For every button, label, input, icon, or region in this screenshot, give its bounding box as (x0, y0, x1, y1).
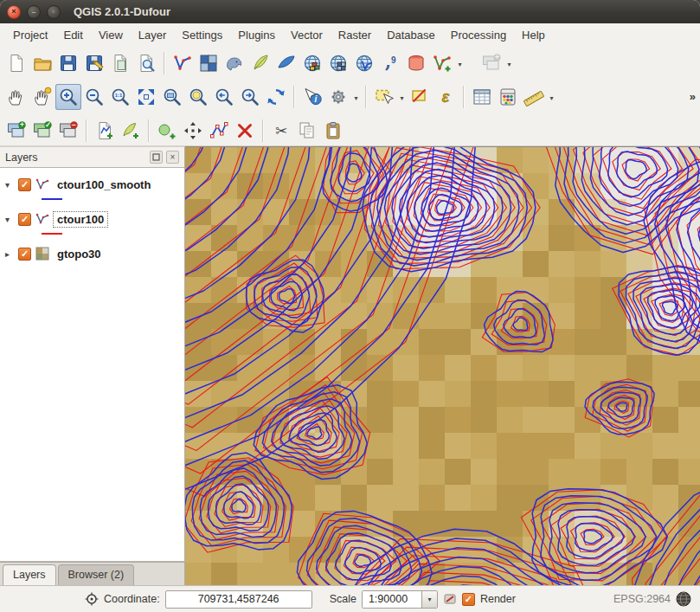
add-raster-layer-icon[interactable] (196, 50, 222, 76)
mouse-position-icon[interactable] (85, 592, 99, 606)
add-vector-layer-icon[interactable] (170, 50, 196, 76)
hide-all-layers-icon[interactable]: − (55, 118, 81, 144)
cut-features-icon[interactable]: ✂ (268, 118, 294, 144)
menu-processing[interactable]: Processing (443, 24, 514, 46)
paste-features-icon[interactable] (320, 118, 346, 144)
zoom-actual-icon[interactable]: 1:1 (107, 84, 133, 110)
menu-view[interactable]: View (91, 24, 131, 46)
add-oracle-layer-icon[interactable] (403, 50, 429, 76)
add-delimited-text-layer-icon[interactable]: ,9 (377, 50, 403, 76)
scale-combobox[interactable]: 1:90000 ▾ (362, 590, 438, 609)
float-panel-button[interactable] (150, 151, 163, 164)
zoom-next-icon[interactable] (237, 84, 263, 110)
raster-layer-icon (35, 247, 51, 261)
layer-item-gtopo30[interactable]: ▸✓gtopo30 (0, 244, 184, 263)
measure-dropdown[interactable]: ▾ (547, 84, 556, 110)
menu-layer[interactable]: Layer (131, 24, 175, 46)
main-area: Layers × ▾✓ctour100_smooth▾✓ctour100▸✓gt… (0, 146, 700, 585)
add-wcs-layer-icon[interactable] (325, 50, 351, 76)
close-panel-button[interactable]: × (166, 151, 179, 164)
run-feature-action-icon[interactable] (325, 84, 351, 110)
expander-icon[interactable]: ▸ (5, 249, 18, 259)
new-project-icon[interactable] (3, 50, 29, 76)
composer-manager-icon[interactable] (133, 50, 159, 76)
zoom-to-layer-icon[interactable] (159, 84, 185, 110)
add-wms-layer-icon[interactable] (299, 50, 325, 76)
expander-icon[interactable]: ▾ (5, 180, 18, 190)
coordinate-input[interactable] (165, 590, 312, 609)
menu-edit[interactable]: Edit (55, 24, 90, 46)
layer-item-ctour100_smooth[interactable]: ▾✓ctour100_smooth (0, 175, 184, 194)
layer-name[interactable]: ctour100 (54, 212, 107, 227)
scale-dropdown-button[interactable]: ▾ (421, 591, 437, 608)
zoom-to-selection-icon[interactable] (185, 84, 211, 110)
measure-icon[interactable] (521, 84, 547, 110)
layer-visibility-checkbox[interactable]: ✓ (18, 178, 31, 191)
new-print-composer-icon[interactable] (107, 50, 133, 76)
pan-map-icon[interactable] (3, 84, 29, 110)
identify-features-icon[interactable]: i (299, 84, 325, 110)
add-db-layer-dropdown[interactable]: ▾ (504, 50, 514, 76)
field-calculator-icon[interactable] (495, 84, 521, 110)
add-mssql-layer-icon[interactable] (273, 50, 299, 76)
menu-plugins[interactable]: Plugins (230, 24, 283, 46)
menu-database[interactable]: Database (379, 24, 443, 46)
expander-icon[interactable]: ▾ (5, 215, 18, 224)
pan-to-selection-icon[interactable] (29, 84, 55, 110)
dock-tab-layers[interactable]: Layers (3, 564, 56, 585)
zoom-last-icon[interactable] (211, 84, 237, 110)
dock-tab-browser-2-[interactable]: Browser (2) (58, 564, 135, 585)
select-by-expression-icon[interactable]: ε (433, 84, 459, 110)
scale-label: Scale (330, 593, 356, 605)
copy-features-icon[interactable] (294, 118, 320, 144)
add-spatialite-layer-icon[interactable] (247, 50, 273, 76)
close-window-button[interactable]: × (7, 5, 21, 19)
map-canvas[interactable] (185, 146, 700, 585)
new-spatialite-layer-icon[interactable] (118, 118, 144, 144)
menu-vector[interactable]: Vector (283, 24, 331, 46)
minimize-window-button[interactable]: – (27, 5, 41, 19)
new-shapefile-layer-icon[interactable] (92, 118, 118, 144)
node-tool-icon[interactable] (206, 118, 232, 144)
run-feature-action-dropdown[interactable]: ▾ (351, 84, 361, 110)
add-wfs-layer-icon[interactable] (351, 50, 377, 76)
select-features-icon[interactable] (371, 84, 397, 110)
open-attribute-table-icon[interactable] (469, 84, 495, 110)
layer-name[interactable]: ctour100_smooth (54, 177, 154, 192)
layer-item-ctour100[interactable]: ▾✓ctour100 (0, 209, 184, 229)
open-project-icon[interactable] (29, 50, 55, 76)
refresh-map-icon[interactable] (263, 84, 289, 110)
crs-status-icon[interactable] (676, 591, 691, 607)
zoom-full-icon[interactable] (133, 84, 159, 110)
stop-rendering-icon[interactable] (443, 592, 457, 606)
render-label: Render (480, 593, 516, 605)
toolbar-overflow-button[interactable]: » (690, 90, 696, 103)
zoom-out-icon[interactable] (81, 84, 107, 110)
save-project-icon[interactable] (55, 50, 81, 76)
show-all-layers-icon[interactable]: ✓ (29, 118, 55, 144)
layer-visibility-checkbox[interactable]: ✓ (18, 213, 31, 226)
deselect-features-icon[interactable] (407, 84, 433, 110)
menu-raster[interactable]: Raster (331, 24, 379, 46)
layer-visibility-checkbox[interactable]: ✓ (18, 248, 31, 261)
maximize-window-button[interactable]: ▫ (47, 5, 61, 19)
save-project-as-icon[interactable] (81, 50, 107, 76)
new-layer-dropdown[interactable]: ▾ (455, 50, 465, 76)
layer-name[interactable]: gtopo30 (54, 247, 105, 261)
render-checkbox[interactable]: ✓ (462, 593, 475, 606)
delete-selected-icon[interactable] (232, 118, 258, 144)
menu-help[interactable]: Help (514, 24, 553, 46)
menu-settings[interactable]: Settings (174, 24, 230, 46)
zoom-in-icon[interactable] (55, 84, 81, 110)
svg-text:−: − (72, 120, 76, 129)
move-feature-icon[interactable] (180, 118, 206, 144)
add-to-overview-icon[interactable]: + (3, 118, 29, 144)
select-features-dropdown[interactable]: ▾ (397, 84, 407, 110)
new-layer-icon[interactable] (429, 50, 455, 76)
toolbar-separator (148, 119, 150, 142)
toolbar-separator (365, 86, 367, 108)
add-db-layer-icon[interactable]: + (478, 50, 504, 76)
menu-project[interactable]: Project (5, 24, 55, 46)
add-postgis-layer-icon[interactable] (222, 50, 247, 76)
add-feature-icon[interactable] (154, 118, 180, 144)
